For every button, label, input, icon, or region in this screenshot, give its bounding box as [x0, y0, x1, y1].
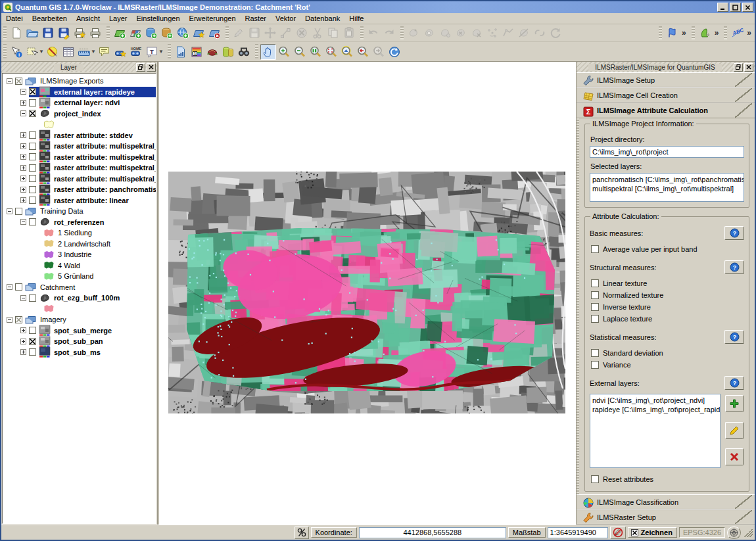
rose-icon[interactable]: [204, 44, 220, 60]
toolbar-handle[interactable]: [724, 26, 727, 39]
zoom-full-icon[interactable]: [308, 44, 323, 60]
map-tips-icon[interactable]: [97, 44, 112, 60]
close-panel-icon[interactable]: [147, 63, 156, 72]
layer-visibility-checkbox[interactable]: [29, 99, 36, 106]
zoom-layer-icon[interactable]: [339, 44, 355, 60]
menu-hilfe[interactable]: Hilfe: [344, 14, 368, 23]
new-shapefile-icon[interactable]: [191, 25, 206, 41]
toolbar-overflow-icon[interactable]: »: [745, 28, 753, 37]
layer-visibility-checkbox[interactable]: [29, 164, 36, 172]
expand-icon[interactable]: [20, 165, 26, 171]
raster-one-icon[interactable]: 1: [189, 44, 204, 60]
layer-label[interactable]: raster attribute: multispektral_2: [54, 164, 156, 172]
save-project-as-icon[interactable]: [56, 25, 72, 41]
reset-attributes-checkbox[interactable]: Reset attributes: [591, 474, 744, 484]
layer-label[interactable]: raster attribute: multispektral_4: [54, 142, 156, 150]
gps-tools-icon[interactable]: [664, 25, 680, 41]
tab-ilmsraster-setup[interactable]: ILMSRaster Setup: [577, 509, 755, 525]
add-spatialite-layer-icon[interactable]: [159, 25, 175, 41]
pan-icon[interactable]: [260, 44, 276, 60]
layer-label[interactable]: spot_sub_pan: [54, 337, 103, 345]
grass-tools-icon[interactable]: [697, 25, 713, 41]
project-directory-input[interactable]: [590, 146, 744, 158]
search-icon[interactable]: [236, 44, 252, 60]
expand-icon[interactable]: [20, 327, 26, 333]
layer-visibility-checkbox[interactable]: [15, 208, 22, 215]
collapse-icon[interactable]: [20, 219, 26, 225]
expand-icon[interactable]: [20, 349, 26, 355]
remove-layer-icon[interactable]: [206, 25, 222, 41]
resize-grip[interactable]: [744, 529, 753, 537]
layer-visibility-checkbox[interactable]: [29, 153, 36, 160]
collapse-icon[interactable]: [7, 208, 12, 214]
layer-label[interactable]: 3 Industrie: [58, 250, 91, 258]
layer-label[interactable]: raster attribute: panchromatisch: [54, 185, 156, 193]
zoom-out-icon[interactable]: [292, 44, 308, 60]
toolbar-handle[interactable]: [360, 26, 364, 39]
tab-ilmsimage-setup[interactable]: ILMSImage Setup: [577, 72, 755, 87]
toolbar-overflow-icon[interactable]: »: [713, 28, 721, 37]
menu-vektor[interactable]: Vektor: [271, 14, 300, 23]
layer-visibility-checkbox[interactable]: [15, 78, 22, 85]
expand-icon[interactable]: [20, 143, 26, 149]
progress-icon[interactable]: [295, 527, 309, 539]
layer-label[interactable]: Imagery: [40, 316, 66, 323]
toolbar-handle[interactable]: [3, 44, 7, 59]
zoom-last-icon[interactable]: [355, 44, 371, 60]
save-project-icon[interactable]: [40, 25, 56, 41]
crs-status-icon[interactable]: [727, 527, 741, 539]
toolbar-handle[interactable]: [225, 26, 229, 39]
text-annotation-icon[interactable]: T: [144, 44, 160, 60]
close-button[interactable]: [742, 3, 753, 12]
collapse-icon[interactable]: [7, 78, 12, 84]
layer-visibility-checkbox[interactable]: [29, 327, 36, 334]
layer-label[interactable]: external layer: ndvi: [54, 99, 120, 106]
float-panel-icon[interactable]: [734, 63, 743, 72]
checkbox-variance[interactable]: Variance: [591, 360, 744, 369]
tab-ilmsimage-cell-creation[interactable]: ILMSImage Cell Creation: [577, 87, 755, 103]
new-print-composer-icon[interactable]: [72, 25, 87, 41]
render-checkbox[interactable]: Zeichnen: [628, 527, 677, 538]
help-button[interactable]: ?: [724, 260, 744, 274]
checkbox[interactable]: [591, 279, 599, 287]
layer-label[interactable]: Training Data: [40, 207, 83, 215]
db-manager-icon[interactable]: [220, 44, 236, 60]
layer-visibility-checkbox[interactable]: [29, 88, 36, 95]
stop-render-icon[interactable]: [610, 527, 626, 539]
checkbox[interactable]: [591, 291, 599, 299]
menu-erweiterungen[interactable]: Erweiterungen: [185, 14, 241, 23]
labeling-icon[interactable]: ABC: [729, 25, 745, 41]
help-button[interactable]: ?: [724, 376, 744, 390]
toolbar-handle[interactable]: [255, 44, 258, 59]
show-bookmarks-icon[interactable]: HOME: [128, 44, 144, 60]
panel-resize-handle[interactable]: [577, 72, 579, 525]
new-bookmark-icon[interactable]: [112, 44, 128, 60]
layer-visibility-checkbox[interactable]: [29, 197, 36, 204]
checkbox[interactable]: [591, 245, 599, 253]
checkbox[interactable]: [591, 349, 599, 357]
edit-external-layer-button[interactable]: [725, 422, 744, 439]
scale-input[interactable]: [548, 527, 608, 538]
checkbox-average-value-per-input-band[interactable]: Average value per input band: [591, 244, 744, 254]
toolbar-handle[interactable]: [692, 26, 695, 39]
toolbar-overflow-icon[interactable]: »: [680, 28, 688, 37]
collapse-icon[interactable]: [20, 295, 26, 301]
checkbox-standard-deviation[interactable]: Standard deviation: [591, 348, 744, 358]
maximize-button[interactable]: [730, 3, 741, 12]
menu-datei[interactable]: Datei: [1, 14, 28, 23]
layer-label[interactable]: raster attribute: linear: [54, 197, 129, 204]
toolbar-handle[interactable]: [168, 44, 171, 59]
expand-icon[interactable]: [20, 132, 26, 138]
menu-ansicht[interactable]: Ansicht: [72, 14, 105, 23]
tab-ilmsimage-attribute-calculation[interactable]: ΣILMSImage Attribute Calculation: [577, 103, 755, 118]
layer-visibility-checkbox[interactable]: [29, 143, 36, 150]
float-panel-icon[interactable]: [136, 63, 145, 72]
toolbar-handle[interactable]: [659, 26, 662, 39]
add-wms-layer-icon[interactable]: [175, 25, 191, 41]
help-button[interactable]: ?: [724, 330, 744, 344]
checkbox[interactable]: [591, 315, 599, 323]
expand-icon[interactable]: [20, 339, 26, 344]
add-postgis-layer-icon[interactable]: [143, 25, 159, 41]
expand-icon[interactable]: [20, 176, 26, 181]
coordinate-input[interactable]: [359, 527, 506, 538]
